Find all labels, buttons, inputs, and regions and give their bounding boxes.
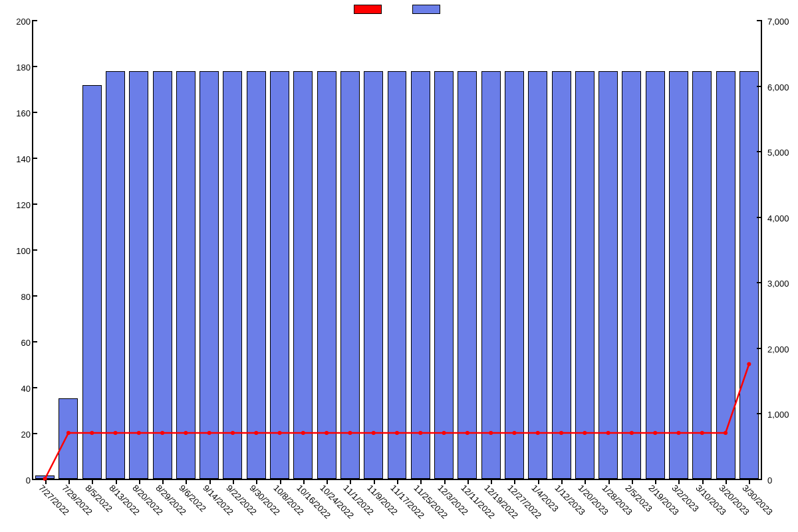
line-marker <box>278 431 282 435</box>
line-marker <box>724 431 728 435</box>
line-series <box>45 364 749 479</box>
line-marker <box>418 431 422 435</box>
y-left-tick: 140 <box>0 154 31 164</box>
line-marker <box>630 431 634 435</box>
line-marker <box>442 431 446 435</box>
line-marker <box>466 431 469 435</box>
chart-legend <box>0 3 798 16</box>
legend-swatch-blue <box>412 5 440 14</box>
line-marker <box>301 431 305 435</box>
line-marker <box>325 431 329 435</box>
x-axis-labels: 7/27/20227/29/20228/5/20228/13/20228/20/… <box>32 481 762 532</box>
line-marker <box>348 431 352 435</box>
y-axis-right: 01,0002,0003,0004,0005,0006,0007,000 <box>767 20 798 480</box>
line-marker <box>114 431 118 435</box>
line-marker <box>747 362 751 366</box>
line-marker <box>231 431 235 435</box>
line-marker <box>395 431 399 435</box>
y-left-tick: 80 <box>0 292 31 302</box>
chart-container: 020406080100120140160180200 01,0002,0003… <box>0 0 798 532</box>
line-marker <box>489 431 493 435</box>
line-marker <box>653 431 657 435</box>
line-marker <box>137 431 141 435</box>
line-marker <box>184 431 188 435</box>
y-left-tick: 180 <box>0 63 31 72</box>
line-marker <box>583 431 587 435</box>
y-right-tick: 2,000 <box>767 344 798 354</box>
line-marker <box>207 431 211 435</box>
plot-area <box>32 20 762 480</box>
line-marker <box>66 431 70 435</box>
y-right-tick: 7,000 <box>767 17 798 27</box>
legend-swatch-red <box>354 5 382 14</box>
legend-item-line <box>354 5 386 14</box>
line-marker <box>536 431 540 435</box>
y-axis-left: 020406080100120140160180200 <box>0 20 31 480</box>
y-left-tick: 60 <box>0 338 31 348</box>
y-right-tick: 3,000 <box>767 279 798 289</box>
y-right-tick: 6,000 <box>767 82 798 92</box>
line-marker <box>254 431 258 435</box>
line-marker <box>372 431 376 435</box>
y-left-tick: 20 <box>0 430 31 440</box>
line-marker <box>512 431 516 435</box>
y-left-tick: 40 <box>0 384 31 394</box>
y-right-tick: 0 <box>767 475 798 485</box>
line-marker <box>559 431 563 435</box>
y-left-tick: 200 <box>0 17 31 27</box>
y-left-tick: 0 <box>0 475 31 485</box>
y-left-tick: 160 <box>0 108 31 118</box>
y-left-tick: 100 <box>0 246 31 256</box>
line-marker <box>700 431 704 435</box>
line-marker <box>676 431 680 435</box>
y-left-tick: 120 <box>0 200 31 210</box>
line-marker <box>606 431 610 435</box>
line-layer <box>33 20 761 479</box>
y-right-tick: 4,000 <box>767 213 798 223</box>
line-marker <box>90 431 94 435</box>
line-marker <box>160 431 164 435</box>
y-right-tick: 5,000 <box>767 148 798 158</box>
y-right-tick: 1,000 <box>767 410 798 420</box>
legend-item-bar <box>412 5 444 14</box>
